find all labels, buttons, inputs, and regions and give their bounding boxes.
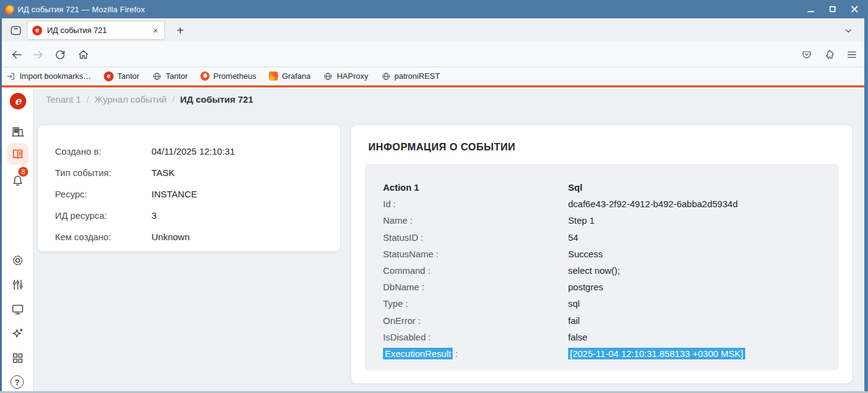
bookmark-patronirest[interactable]: patroniREST bbox=[381, 72, 440, 81]
sidebar-item-tenants[interactable] bbox=[10, 124, 25, 139]
summary-row: Ресурс:INSTANCE bbox=[55, 183, 340, 205]
import-icon bbox=[6, 72, 16, 81]
event-summary-card: Создано в:04/11/2025 12:10:31 Тип событи… bbox=[38, 125, 340, 251]
notification-badge: 8 bbox=[18, 167, 28, 177]
bookmark-import[interactable]: Import bookmarks… bbox=[6, 72, 91, 81]
selected-text: ExecutionResult bbox=[383, 348, 453, 359]
window-titlebar: ИД события 721 — Mozilla Firefox bbox=[0, 0, 868, 18]
grafana-icon bbox=[269, 72, 278, 81]
maximize-button[interactable] bbox=[826, 3, 839, 15]
tab-active[interactable]: e ИД события 721 × bbox=[27, 21, 165, 40]
event-info-card: ИНФОРМАЦИЯ О СОБЫТИИ Action 1 Sql Id:dca… bbox=[351, 125, 852, 383]
tantor-logo[interactable]: e bbox=[10, 93, 26, 109]
window-border-right bbox=[864, 0, 868, 393]
globe-icon bbox=[152, 72, 162, 81]
event-info-row: Type:sql bbox=[383, 295, 839, 312]
summary-row: Создано в:04/11/2025 12:10:31 bbox=[55, 141, 340, 162]
close-button[interactable] bbox=[848, 3, 861, 15]
pocket-icon[interactable] bbox=[801, 49, 812, 61]
breadcrumb-current: ИД события 721 bbox=[180, 94, 253, 105]
event-info-row: DbName:postgres bbox=[383, 279, 839, 295]
breadcrumb-tenant[interactable]: Tenant 1 bbox=[46, 94, 81, 105]
sidebar-item-help[interactable]: ? bbox=[10, 375, 24, 389]
summary-row: Кем создано:Unknown bbox=[55, 226, 340, 248]
navigation-toolbar: https://education.tantorlabs.ru/platform… bbox=[0, 42, 868, 67]
tab-favicon: e bbox=[32, 26, 42, 35]
bookmark-tantor-1[interactable]: e Tantor bbox=[104, 72, 139, 81]
breadcrumb-journal[interactable]: Журнал событий bbox=[95, 94, 167, 105]
grid-icon bbox=[10, 351, 25, 365]
globe-icon bbox=[381, 72, 391, 81]
sidebar-item-monitoring[interactable] bbox=[10, 302, 25, 317]
event-info-row-selected: ExecutionResult:[2025-11-04 12:10:31.858… bbox=[383, 345, 839, 362]
list-all-tabs-icon[interactable] bbox=[842, 24, 855, 37]
bookmark-prometheus[interactable]: Prometheus bbox=[200, 72, 256, 81]
bookmark-grafana[interactable]: Grafana bbox=[269, 72, 310, 81]
app-sidebar: e 8 ? bbox=[2, 87, 34, 391]
bookmarks-toolbar: Import bookmarks… e Tantor Tantor Promet… bbox=[0, 67, 868, 86]
sidebar-item-assistant[interactable] bbox=[10, 326, 25, 341]
minimize-button[interactable] bbox=[804, 3, 817, 15]
sidebar-item-event-journal[interactable] bbox=[10, 147, 25, 161]
event-info-title: ИНФОРМАЦИЯ О СОБЫТИИ bbox=[368, 141, 516, 153]
event-info-row: Name:Step 1 bbox=[383, 212, 839, 229]
event-info-row: StatusName:Success bbox=[383, 246, 839, 262]
sparkles-icon bbox=[10, 326, 25, 341]
event-info-header-row: Action 1 Sql bbox=[383, 179, 839, 196]
hamburger-menu-icon[interactable] bbox=[846, 49, 858, 61]
reload-icon[interactable] bbox=[54, 49, 66, 61]
open-book-icon bbox=[10, 147, 25, 161]
page-content: e 8 ? Tenant 1 / bbox=[2, 86, 864, 391]
firefox-logo-icon bbox=[4, 4, 14, 15]
bookmark-haproxy[interactable]: HAProxy bbox=[323, 72, 368, 81]
bookmark-tantor-2[interactable]: Tantor bbox=[152, 72, 188, 81]
gear-icon bbox=[10, 253, 25, 268]
sliders-icon bbox=[10, 277, 25, 292]
tab-strip: e ИД события 721 × + bbox=[0, 18, 868, 42]
event-info-row: OnError:fail bbox=[383, 312, 839, 329]
tab-close-icon[interactable]: × bbox=[151, 25, 159, 35]
event-info-row: Command:select now(); bbox=[383, 262, 839, 279]
home-icon[interactable] bbox=[78, 49, 89, 61]
new-tab-button[interactable]: + bbox=[173, 23, 188, 38]
breadcrumb-separator: / bbox=[87, 94, 89, 105]
extensions-puzzle-icon[interactable] bbox=[823, 49, 835, 61]
sidebar-item-parameters[interactable] bbox=[10, 277, 25, 292]
brand-accent-line bbox=[2, 86, 864, 87]
monitor-icon bbox=[10, 302, 25, 317]
event-info-row: StatusID:54 bbox=[383, 229, 839, 246]
sidebar-item-apps[interactable] bbox=[10, 351, 25, 365]
forward-icon[interactable] bbox=[32, 49, 44, 61]
event-info-row: Id:dcaf6e43-2f92-4912-b492-6abba2d5934d bbox=[383, 196, 839, 212]
tantor-logo-icon: e bbox=[104, 72, 114, 81]
globe-icon bbox=[323, 72, 333, 81]
sidebar-item-settings[interactable] bbox=[10, 253, 25, 268]
prometheus-icon bbox=[200, 72, 210, 81]
window-border-left bbox=[0, 18, 2, 393]
back-icon[interactable] bbox=[11, 49, 23, 61]
breadcrumb-separator: / bbox=[172, 94, 175, 105]
selected-text: [2025-11-04 12:10:31.858133 +0300 MSK] bbox=[568, 348, 745, 359]
tab-title: ИД события 721 bbox=[47, 26, 151, 35]
window-title: ИД события 721 — Mozilla Firefox bbox=[18, 5, 145, 14]
breadcrumb: Tenant 1 / Журнал событий / ИД события 7… bbox=[46, 94, 253, 105]
event-info-panel: Action 1 Sql Id:dcaf6e43-2f92-4912-b492-… bbox=[365, 164, 839, 370]
question-icon: ? bbox=[15, 378, 20, 387]
building-icon bbox=[10, 124, 25, 139]
event-info-row: IsDisabled:false bbox=[383, 329, 839, 345]
summary-row: Тип события:TASK bbox=[55, 162, 340, 183]
firefox-view-icon[interactable] bbox=[9, 23, 23, 38]
summary-row: ИД ресурса:3 bbox=[55, 205, 340, 226]
